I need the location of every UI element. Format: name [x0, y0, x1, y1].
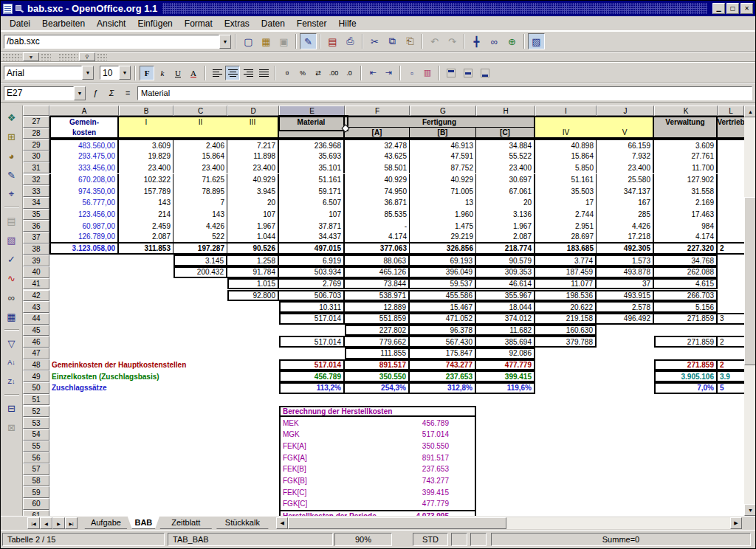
align-left-button[interactable]	[210, 66, 224, 80]
cell-L31[interactable]	[718, 162, 744, 174]
row-header-39[interactable]: 39	[23, 255, 49, 266]
minimize-button[interactable]: ▁	[712, 3, 725, 14]
cell-K38[interactable]: 227.320	[654, 244, 718, 255]
cell-H30[interactable]: 55.522	[476, 151, 535, 162]
column-header-A[interactable]: A	[49, 106, 119, 116]
cell-G47[interactable]: 175.847	[410, 348, 476, 359]
cell-E39[interactable]: 6.919	[279, 255, 345, 266]
cell-H41[interactable]: 46.614	[476, 278, 535, 290]
toolbar-grip[interactable]	[2, 53, 21, 61]
cell-G46[interactable]: 567.430	[410, 336, 476, 348]
menu-item-ansicht[interactable]: Ansicht	[91, 18, 131, 30]
cell-L36[interactable]	[718, 220, 744, 232]
cell-A48[interactable]: Gemeinkosten der Hauptkostenstellen	[49, 359, 279, 371]
cell-F43[interactable]: 12.889	[345, 301, 410, 313]
cell-C27[interactable]: II	[173, 116, 227, 128]
new-document-icon[interactable]: ▢	[240, 33, 257, 49]
cell-B30[interactable]: 19.829	[119, 151, 173, 162]
cell-H42[interactable]: 355.967	[476, 290, 535, 302]
print-icon[interactable]: ⎙	[342, 33, 359, 49]
cell-F50[interactable]: 254,3%	[345, 382, 410, 394]
toolbar-grip[interactable]	[41, 53, 51, 61]
cell-J41[interactable]: 37	[597, 278, 654, 290]
cell-G42[interactable]: 455.586	[410, 290, 476, 302]
sheet-tab-zeitblatt[interactable]: Zeitblatt	[156, 517, 216, 529]
insert-graphics-icon[interactable]: ▧	[3, 231, 21, 249]
spellcheck-icon[interactable]: ✓	[3, 250, 21, 268]
font-size-input[interactable]	[100, 66, 119, 80]
cell-C37[interactable]: 522	[173, 232, 227, 244]
row-header-46[interactable]: 46	[23, 336, 49, 348]
sum-icon[interactable]: Σ	[104, 86, 119, 100]
decrease-indent-icon[interactable]: ⇤	[365, 66, 380, 80]
cell-J43[interactable]: 2.578	[597, 301, 654, 313]
row-header-56[interactable]: 56	[23, 452, 49, 463]
currency-icon[interactable]: ¤	[280, 66, 295, 80]
cell-E28[interactable]	[279, 128, 345, 139]
row-header-55[interactable]: 55	[23, 441, 49, 452]
cell-A37[interactable]: 126.789,00	[49, 232, 119, 244]
cell-E35[interactable]: 107	[279, 209, 345, 221]
column-header-G[interactable]: G	[410, 106, 476, 116]
cell-C28[interactable]	[173, 128, 227, 139]
row-header-36[interactable]: 36	[23, 220, 49, 232]
cell-E48[interactable]: 517.014	[279, 359, 345, 371]
cell-K28[interactable]	[654, 128, 718, 139]
cell-E37[interactable]: 34.437	[279, 232, 345, 244]
cell-G28[interactable]: [B]	[410, 128, 476, 139]
autospellcheck-icon[interactable]: ∿	[3, 269, 21, 287]
url-dropdown-icon[interactable]: ▼	[219, 35, 231, 49]
vertical-scroll-thumb[interactable]	[744, 197, 756, 365]
cell-I30[interactable]: 15.864	[535, 151, 597, 162]
cell-K32[interactable]: 127.902	[654, 174, 718, 186]
cell-I27[interactable]	[535, 116, 597, 128]
cell-H44[interactable]: 374.012	[476, 313, 535, 325]
sheet-tab-aufgabe[interactable]: Aufgabe	[80, 517, 131, 529]
cell-E40[interactable]: 503.934	[279, 266, 345, 278]
toolbar-grip[interactable]	[58, 53, 78, 61]
horizontal-scroll-thumb[interactable]	[288, 517, 506, 529]
sheet-tab-bab[interactable]: BAB	[128, 517, 159, 529]
cell-G49[interactable]: 237.653	[410, 370, 476, 382]
row-header-31[interactable]: 31	[23, 162, 49, 174]
cell-F27[interactable]: Fertigung	[345, 116, 535, 128]
status-sum[interactable]: Summe=0	[491, 533, 751, 546]
row-header-60[interactable]: 60	[23, 498, 49, 510]
cell-A27[interactable]: Gemein-	[49, 116, 119, 128]
cell-E36[interactable]: 37.871	[279, 220, 345, 232]
cell-D38[interactable]: 90.526	[227, 244, 279, 255]
cell-B36[interactable]: 2.459	[119, 220, 173, 232]
cell-E53[interactable]: MEK456.789	[279, 417, 476, 429]
cell-A34[interactable]: 56.777,00	[49, 197, 119, 209]
url-input[interactable]	[4, 35, 219, 49]
cell-K31[interactable]: 11.700	[654, 162, 718, 174]
cell-E27[interactable]: Material	[279, 116, 345, 128]
row-header-35[interactable]: 35	[23, 209, 49, 221]
cell-E42[interactable]: 506.703	[279, 290, 345, 302]
scroll-up-icon[interactable]: ▲	[744, 106, 756, 117]
cell-F42[interactable]: 538.971	[345, 290, 410, 302]
align-vcenter-icon[interactable]	[461, 66, 475, 80]
last-sheet-button[interactable]: ▶|	[65, 517, 78, 529]
row-header-47[interactable]: 47	[23, 348, 49, 359]
cell-I28[interactable]: IV	[535, 128, 597, 139]
cell-J30[interactable]: 7.932	[597, 151, 654, 162]
cell-F40[interactable]: 465.126	[345, 266, 410, 278]
cell-I29[interactable]: 40.898	[535, 139, 597, 151]
cell-G40[interactable]: 396.049	[410, 266, 476, 278]
percent-icon[interactable]: %	[295, 66, 310, 80]
sort-descending-icon[interactable]: Z↓	[3, 373, 21, 390]
cell-K39[interactable]: 34.768	[654, 255, 718, 266]
cell-D35[interactable]: 107	[227, 209, 279, 221]
cell-F45[interactable]: 227.802	[345, 325, 410, 336]
cell-E44[interactable]: 517.014	[279, 313, 345, 325]
column-header-I[interactable]: I	[535, 106, 597, 116]
cell-H29[interactable]: 34.884	[476, 139, 535, 151]
print-file-icon[interactable]: ▤	[324, 33, 341, 49]
row-header-49[interactable]: 49	[23, 370, 49, 382]
cell-H45[interactable]: 11.682	[476, 325, 535, 336]
cell-G50[interactable]: 312,8%	[410, 382, 476, 394]
cell-H37[interactable]: 2.087	[476, 232, 535, 244]
cell-I38[interactable]: 183.685	[535, 244, 597, 255]
pin-icon[interactable]	[15, 4, 24, 13]
